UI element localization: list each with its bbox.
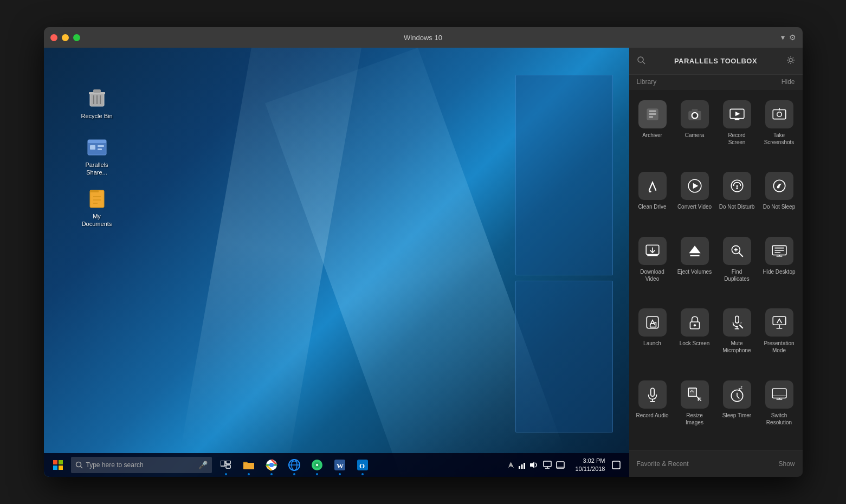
eject-volumes-label: Eject Volumes bbox=[677, 268, 712, 275]
resize-images-label: Resize Images bbox=[677, 412, 713, 426]
svg-line-81 bbox=[739, 253, 743, 257]
svg-rect-39 bbox=[519, 466, 520, 469]
switch-resolution-label: Switch Resolution bbox=[761, 412, 797, 426]
screenshot-icon bbox=[765, 100, 793, 128]
toolbox-gear-icon[interactable] bbox=[786, 56, 795, 67]
do-not-sleep-icon bbox=[765, 172, 793, 200]
tool-record-screen[interactable]: Record Screen bbox=[717, 95, 757, 164]
svg-rect-64 bbox=[773, 109, 786, 119]
do-not-disturb-icon bbox=[723, 172, 751, 200]
toolbox-bottom-section: Favorite & Recent Show bbox=[629, 450, 803, 477]
svg-rect-19 bbox=[59, 466, 63, 470]
svg-rect-43 bbox=[544, 461, 551, 467]
resize-images-icon bbox=[681, 380, 709, 409]
take-screenshots-label: Take Screenshots bbox=[761, 132, 797, 146]
tool-download-video[interactable]: Download Video bbox=[632, 231, 673, 301]
taskbar-search-bar[interactable]: Type here to search 🎤 bbox=[71, 457, 212, 473]
hide-button[interactable]: Hide bbox=[782, 78, 795, 86]
svg-rect-17 bbox=[59, 460, 63, 464]
record-screen-icon bbox=[723, 100, 751, 128]
tool-mute-microphone[interactable]: Mute Microphone bbox=[717, 303, 757, 372]
tablet-icon bbox=[556, 461, 565, 469]
tool-presentation-mode[interactable]: Presentation Mode bbox=[759, 303, 799, 372]
my-documents-icon bbox=[84, 185, 110, 211]
mac-window: Windows 10 ▾ ⚙ bbox=[44, 27, 803, 477]
show-button[interactable]: Show bbox=[778, 460, 795, 468]
svg-point-51 bbox=[789, 59, 792, 62]
tool-do-not-disturb[interactable]: Do Not Disturb bbox=[717, 166, 757, 229]
tool-archiver[interactable]: Archiver bbox=[632, 95, 673, 164]
camera-icon bbox=[681, 100, 709, 128]
start-button[interactable] bbox=[46, 453, 70, 477]
close-button[interactable] bbox=[50, 34, 57, 41]
clean-drive-icon bbox=[638, 172, 667, 200]
sleep-timer-label: Sleep Timer bbox=[722, 412, 751, 419]
tool-clean-drive[interactable]: Clean Drive bbox=[632, 166, 673, 229]
maximize-button[interactable] bbox=[73, 34, 80, 41]
svg-line-108 bbox=[696, 396, 701, 401]
svg-rect-41 bbox=[524, 463, 525, 469]
svg-point-58 bbox=[693, 114, 696, 117]
svg-point-72 bbox=[736, 188, 738, 189]
tool-hide-desktop[interactable]: Hide Desktop bbox=[759, 231, 799, 301]
svg-rect-102 bbox=[650, 388, 654, 396]
tool-lock-screen[interactable]: Lock Screen bbox=[675, 303, 715, 372]
tool-camera[interactable]: Camera bbox=[675, 95, 715, 164]
tool-launch[interactable]: Launch bbox=[632, 303, 673, 372]
taskbar-ie[interactable] bbox=[283, 453, 305, 477]
speaker-icon bbox=[529, 461, 539, 469]
system-tray-icons: ⮝ bbox=[508, 461, 565, 469]
toolbox-library-section: Library Hide bbox=[629, 75, 803, 89]
desktop-icon-recycle-bin[interactable]: Recycle Bin bbox=[75, 83, 119, 122]
recycle-bin-icon bbox=[84, 85, 110, 111]
dropdown-icon[interactable]: ▾ bbox=[781, 33, 785, 42]
svg-rect-90 bbox=[647, 316, 658, 328]
svg-rect-7 bbox=[88, 140, 106, 143]
tray-chevron-icon[interactable]: ⮝ bbox=[508, 461, 514, 469]
toolbox-title: PARALLELS TOOLBOX bbox=[651, 57, 781, 65]
tool-do-not-sleep[interactable]: Do Not Sleep bbox=[759, 166, 799, 229]
tool-take-screenshots[interactable]: Take Screenshots bbox=[759, 95, 799, 164]
download-video-icon bbox=[638, 237, 667, 265]
taskbar-maps[interactable] bbox=[306, 453, 328, 477]
taskview-button[interactable] bbox=[215, 453, 237, 477]
tool-convert-video[interactable]: Convert Video bbox=[675, 166, 715, 229]
minimize-button[interactable] bbox=[62, 34, 69, 41]
toolbox-search-icon[interactable] bbox=[637, 56, 645, 67]
svg-rect-110 bbox=[689, 389, 696, 396]
taskbar-file-explorer[interactable] bbox=[238, 453, 260, 477]
tool-record-audio[interactable]: Record Audio bbox=[632, 375, 673, 444]
svg-rect-116 bbox=[772, 389, 786, 398]
tool-find-duplicates[interactable]: Find Duplicates bbox=[717, 231, 757, 301]
svg-marker-63 bbox=[735, 112, 740, 117]
desktop-icon-my-documents[interactable]: My Documents bbox=[75, 183, 119, 230]
tool-resize-images[interactable]: Resize Images bbox=[675, 375, 715, 444]
toolbox-sidebar: PARALLELS TOOLBOX Library Hide bbox=[629, 48, 803, 477]
taskbar-right: ⮝ 3:02 PM 10/11/2018 bbox=[508, 456, 627, 474]
svg-rect-8 bbox=[90, 145, 95, 150]
mute-microphone-label: Mute Microphone bbox=[719, 340, 755, 354]
settings-icon[interactable]: ⚙ bbox=[789, 33, 796, 42]
title-bar: Windows 10 ▾ ⚙ bbox=[44, 27, 803, 48]
svg-point-20 bbox=[76, 462, 81, 467]
hide-desktop-label: Hide Desktop bbox=[763, 268, 795, 275]
svg-rect-16 bbox=[53, 460, 57, 464]
svg-rect-59 bbox=[692, 109, 698, 112]
taskbar-word[interactable]: W bbox=[329, 453, 351, 477]
switch-resolution-icon bbox=[765, 380, 793, 409]
desktop-icon-parallels-share[interactable]: Parallels Share... bbox=[75, 132, 119, 179]
svg-rect-18 bbox=[53, 466, 57, 470]
recycle-bin-label: Recycle Bin bbox=[81, 112, 112, 120]
svg-rect-23 bbox=[226, 461, 230, 464]
eject-volumes-icon bbox=[681, 237, 709, 265]
tool-switch-resolution[interactable]: Switch Resolution bbox=[759, 375, 799, 444]
svg-marker-78 bbox=[689, 245, 700, 253]
tool-eject-volumes[interactable]: Eject Volumes bbox=[675, 231, 715, 301]
taskbar-outlook[interactable]: O bbox=[352, 453, 373, 477]
tool-sleep-timer[interactable]: Z Z Sleep Timer bbox=[717, 375, 757, 444]
taskbar-chrome[interactable] bbox=[261, 453, 282, 477]
download-video-label: Download Video bbox=[635, 268, 670, 282]
launch-label: Launch bbox=[643, 340, 661, 347]
notification-center-button[interactable] bbox=[608, 456, 625, 474]
svg-rect-54 bbox=[649, 113, 656, 115]
